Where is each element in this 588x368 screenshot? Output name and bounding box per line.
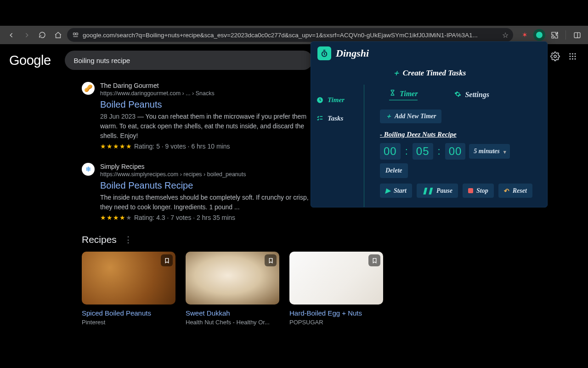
result-snippet: 28 Jun 2023 — You can reheat them in the… [100, 112, 322, 141]
svg-rect-0 [73, 33, 75, 34]
timer-minutes[interactable]: 05 [413, 143, 433, 160]
panel-icon[interactable] [571, 29, 583, 41]
create-timed-tasks-button[interactable]: ＋Create Timed Tasks [311, 65, 547, 85]
result-site-name: The Daring Gourmet [100, 82, 311, 89]
reset-button[interactable]: ↶ Reset [498, 184, 532, 198]
timer-controls: ▶ Start ❚❚ Pause Stop ↶ Reset [380, 184, 538, 198]
extensions-puzzle-icon[interactable] [548, 29, 561, 41]
recipe-card-source: Health Nut Chefs - Healthy Or... [186, 319, 279, 326]
timer-row: 00 : 05 : 00 5 minutes ▾ Delete [380, 143, 538, 178]
play-icon: ▶ [385, 187, 390, 195]
search-results: 🥜 The Daring Gourmet https://www.daringg… [0, 74, 322, 326]
gear-icon [454, 91, 461, 99]
search-value: Boiling nuts recipe [74, 57, 130, 64]
toolbar-divider [565, 30, 566, 40]
preset-duration-select[interactable]: 5 minutes ▾ [469, 144, 509, 159]
extension-cluster: ✶ [519, 29, 583, 41]
google-apps-icon[interactable] [567, 51, 578, 62]
recipe-card[interactable]: Sweet Dukkah Health Nut Chefs - Healthy … [186, 252, 279, 326]
start-button[interactable]: ▶ Start [380, 184, 412, 198]
plus-icon: ＋ [385, 112, 392, 121]
chevron-down-icon: ▾ [503, 149, 506, 155]
svg-point-7 [574, 53, 576, 54]
pause-button[interactable]: ❚❚ Pause [417, 184, 458, 198]
hourglass-icon [389, 89, 396, 98]
favicon: 🥜 [82, 82, 95, 95]
timer-seconds[interactable]: 00 [445, 143, 466, 160]
recipe-card-title[interactable]: Hard-Boiled Egg + Nuts [289, 309, 383, 317]
recipe-card-source: POPSUGAR [289, 319, 383, 326]
google-search-input[interactable]: Boiling nuts recipe [65, 51, 313, 70]
recipe-thumbnail [186, 252, 279, 305]
add-new-timer-button[interactable]: ＋ Add New Timer [380, 109, 441, 123]
recipe-card-title[interactable]: Sweet Dukkah [186, 309, 279, 317]
pause-icon: ❚❚ [422, 187, 433, 195]
dingshi-header: Dingshi [311, 42, 547, 65]
extension-icon-1[interactable]: ✶ [519, 29, 531, 41]
recipes-heading-row: Recipes ⋮ [82, 234, 322, 245]
svg-point-6 [571, 53, 573, 54]
svg-point-12 [571, 58, 573, 59]
bookmark-icon[interactable] [368, 254, 380, 266]
site-info-icon[interactable] [72, 31, 79, 39]
plus-icon: ＋ [392, 69, 400, 77]
back-button[interactable] [5, 29, 17, 41]
timer-hours[interactable]: 00 [380, 143, 401, 160]
bookmark-icon[interactable] [161, 254, 173, 266]
result-title-link[interactable]: Boiled Peanuts Recipe [100, 180, 322, 191]
chrome-top-spacer [0, 0, 588, 26]
google-logo[interactable]: Google [9, 53, 51, 68]
search-result: 🥜 The Daring Gourmet https://www.daringg… [82, 82, 322, 150]
recipes-heading: Recipes [82, 234, 117, 245]
svg-point-11 [569, 58, 571, 59]
dingshi-tabs: Timer Settings [380, 86, 538, 105]
recipes-more-icon[interactable]: ⋮ [124, 236, 132, 244]
favicon: ❄ [82, 163, 95, 176]
address-bar[interactable]: google.com/search?q=Boiling+nuts+recipe&… [67, 28, 513, 42]
recipe-card[interactable]: Spiced Boiled Peanuts Pinterest [82, 252, 175, 326]
sidebar-item-tasks[interactable]: Tasks [316, 114, 359, 122]
result-rating-line: ★★★★★ Rating: 4.3 · 7 votes · 2 hrs 35 m… [100, 214, 322, 221]
svg-point-5 [569, 53, 571, 54]
time-separator: : [404, 145, 409, 157]
delete-timer-button[interactable]: Delete [380, 163, 408, 178]
result-title-link[interactable]: Boiled Peanuts [100, 99, 322, 110]
home-button[interactable] [51, 29, 64, 41]
address-url: google.com/search?q=Boiling+nuts+recipe&… [83, 32, 497, 39]
svg-point-4 [554, 55, 556, 57]
svg-point-13 [574, 58, 576, 59]
timer-task-title[interactable]: - Boiling Deez Nuts Recipe [380, 131, 538, 138]
tab-settings[interactable]: Settings [454, 89, 489, 100]
dingshi-popup: Dingshi ＋Create Timed Tasks Timer Tasks [311, 41, 548, 207]
svg-point-8 [569, 55, 571, 57]
recipe-card-source: Pinterest [82, 319, 175, 326]
dingshi-app-title: Dingshi [336, 47, 369, 59]
result-url-breadcrumb: https://www.daringgourmet.com › ... › Sn… [100, 90, 311, 97]
result-rating-line: ★★★★★ Rating: 5 · 9 votes · 6 hrs 10 min… [100, 143, 322, 150]
rating-stars: ★★★★★ [100, 214, 132, 221]
svg-point-10 [574, 55, 576, 57]
recipe-card-title[interactable]: Spiced Boiled Peanuts [82, 309, 175, 317]
dingshi-extension-icon[interactable] [533, 29, 545, 41]
dingshi-main: Timer Settings ＋ Add New Timer - Boiling… [364, 85, 547, 207]
time-separator: : [437, 145, 441, 157]
result-site-name: Simply Recipes [100, 163, 311, 170]
recipe-card[interactable]: Hard-Boiled Egg + Nuts POPSUGAR [289, 252, 383, 326]
result-url-breadcrumb: https://www.simplyrecipes.com › recipes … [100, 171, 311, 178]
forward-button[interactable] [20, 29, 33, 41]
reset-icon: ↶ [504, 187, 509, 195]
search-result: ❄ Simply Recipes https://www.simplyrecip… [82, 163, 322, 221]
result-snippet: The inside nuts themselves should be com… [100, 193, 322, 212]
tasks-icon [316, 114, 324, 122]
tab-timer[interactable]: Timer [389, 89, 418, 100]
bookmark-star-icon[interactable]: ☆ [502, 31, 509, 40]
bookmark-icon[interactable] [265, 254, 277, 266]
reload-button[interactable] [36, 29, 49, 41]
settings-gear-icon[interactable] [549, 51, 560, 62]
dingshi-sidebar: Timer Tasks [311, 85, 364, 207]
recipe-thumbnail [82, 252, 175, 305]
stop-icon [468, 188, 473, 193]
sidebar-item-timer[interactable]: Timer [316, 96, 359, 104]
recipe-thumbnail [289, 252, 383, 305]
stop-button[interactable]: Stop [463, 184, 494, 198]
